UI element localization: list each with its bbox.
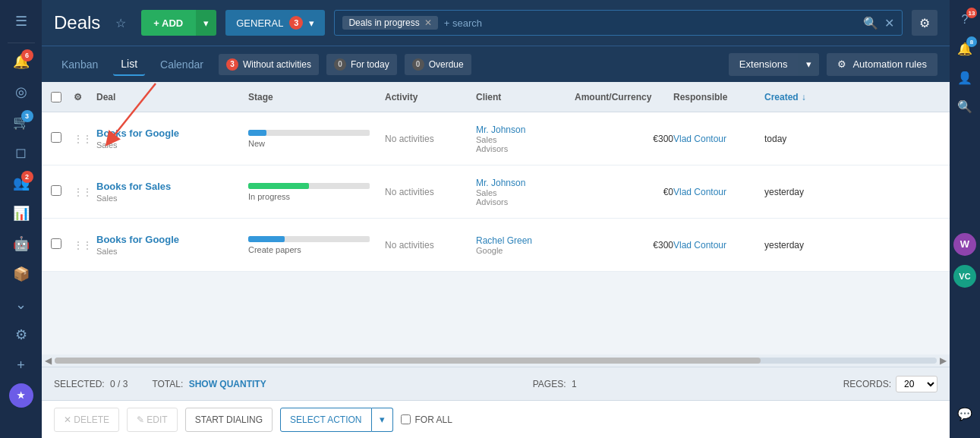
row-created-1: yesterday [764,187,941,197]
row-drag-handle-1[interactable]: ⋮⋮ [74,187,96,197]
edit-button[interactable]: ✎ EDIT [127,408,178,432]
row-amount-1: €0 [575,187,673,197]
row-responsible-1: Vlad Contour [673,187,764,197]
col-deal: Deal [96,92,248,102]
person-icon[interactable]: 👤 [953,65,977,90]
list-view-button[interactable]: List [113,53,145,76]
show-quantity-link[interactable]: SHOW QUANTITY [189,379,266,389]
bell-icon[interactable]: 🔔 8 [953,36,977,61]
client-link-0[interactable]: Mr. Johnson [476,124,525,135]
inventory-icon[interactable]: 📦 [8,260,35,288]
responsible-link-2[interactable]: Vlad Contour [673,240,726,251]
bottom-bar: SELECTED: 0 / 3 TOTAL: SHOW QUANTITY PAG… [42,367,950,400]
avatar-w[interactable]: W [953,233,976,256]
row-activity-1: No activities [385,187,476,197]
row-checkbox-2[interactable] [51,238,61,249]
apps-icon[interactable]: ★ [8,382,35,409]
kanban-view-button[interactable]: Kanban [54,54,106,75]
automation-icon[interactable]: 🤖 [8,230,35,257]
col-created[interactable]: Created ↓ [764,92,941,102]
col-responsible: Responsible [673,92,764,102]
pages-value: 1 [572,379,577,389]
stage-fill-1 [248,183,309,189]
row-checkbox-1[interactable] [51,185,61,196]
settings-sidebar-icon[interactable]: ⚙ [8,321,35,348]
automation-label: Automation rules [852,58,927,70]
filter-tag-close[interactable]: ✕ [424,17,432,28]
without-activities-filter[interactable]: 3 Without activities [219,54,319,75]
deal-link-0[interactable]: Books for Google [96,128,179,139]
select-action-dropdown[interactable]: ▾ [372,408,393,432]
avatar-vc[interactable]: VC [953,265,976,288]
hamburger-icon[interactable]: ☰ [8,8,35,35]
tasks-icon[interactable]: ◻ [8,139,35,166]
favorite-icon[interactable]: ☆ [115,16,126,30]
general-label: GENERAL [236,17,283,29]
cart-icon[interactable]: 🛒 3 [8,109,35,136]
scroll-thumb[interactable] [55,358,761,364]
row-drag-handle-2[interactable]: ⋮⋮ [74,240,96,251]
delete-button[interactable]: ✕ DELETE [54,408,119,432]
add-dropdown-button[interactable]: ▾ [195,10,216,36]
client-sub2-0: Advisors [476,144,575,153]
scroll-track[interactable] [55,358,937,364]
deal-link-1[interactable]: Books for Sales [96,181,171,192]
active-filter-tag[interactable]: Deals in progress ✕ [342,16,437,30]
col-stage: Stage [248,92,385,102]
col-activity: Activity [385,92,476,102]
notifications-icon[interactable]: 🔔 6 [8,48,35,75]
automation-rules-button[interactable]: ⚙ Automation rules [827,53,937,76]
column-settings-icon[interactable]: ⚙ [74,92,82,102]
responsible-link-0[interactable]: Vlad Contour [673,134,726,144]
contacts-icon[interactable]: 👥 2 [8,169,35,197]
general-count: 3 [289,16,303,30]
records-per-page-select[interactable]: 20 50 100 [896,376,937,392]
total-label: TOTAL: [152,379,183,389]
table-area: ⚙ Deal Stage Activity Client Amount/Curr… [42,82,950,438]
scroll-right-arrow[interactable]: ▶ [940,355,947,366]
add-button[interactable]: + ADD [141,10,195,36]
extensions-button[interactable]: Extensions [729,53,799,76]
for-all-checkbox[interactable] [401,414,411,424]
scroll-left-arrow[interactable]: ◀ [45,355,52,366]
more-icon[interactable]: ⌄ [8,291,35,318]
search-magnifier-icon[interactable]: 🔍 [863,16,878,30]
responsible-link-1[interactable]: Vlad Contour [673,187,726,197]
row-drag-handle-0[interactable]: ⋮⋮ [74,134,96,144]
for-today-filter[interactable]: 0 For today [326,54,397,75]
overdue-count: 0 [412,58,424,71]
chat-icon[interactable]: 💬 [953,402,977,426]
start-dialing-button[interactable]: START DIALING [185,408,273,432]
for-all-label[interactable]: FOR ALL [401,414,452,425]
deal-link-2[interactable]: Books for Google [96,234,179,245]
search-clear-icon[interactable]: ✕ [884,16,894,30]
row-deal-2: Books for Google Sales [96,234,248,256]
add-sidebar-icon[interactable]: + [8,351,35,379]
horizontal-scroll[interactable]: ◀ ▶ [42,354,950,367]
general-filter-button[interactable]: GENERAL 3 ▾ [225,10,325,36]
extensions-dropdown-button[interactable]: ▾ [798,53,819,76]
client-link-1[interactable]: Mr. Johnson [476,178,525,188]
settings-button[interactable]: ⚙ [912,10,937,36]
row-client-0: Mr. Johnson Sales Advisors [476,124,575,153]
row-checkbox-0[interactable] [51,132,61,143]
row-created-2: yesterday [764,240,941,251]
client-link-2[interactable]: Rachel Green [476,235,532,246]
stage-label-2: Create papers [248,245,385,254]
row-activity-0: No activities [385,134,476,144]
select-action-button[interactable]: SELECT ACTION [280,408,371,432]
help-icon[interactable]: ? 13 [953,8,977,32]
select-all-checkbox[interactable] [51,92,61,102]
search-right-icon[interactable]: 🔍 [953,94,977,118]
selected-label: SELECTED: [54,379,105,389]
top-bar: Deals ☆ + ADD ▾ GENERAL 3 ▾ Deals in pro… [42,0,950,46]
selected-value: 0 / 3 [110,379,128,389]
overdue-filter[interactable]: 0 Overdue [405,54,471,75]
table-row: ⋮⋮ Books for Sales Sales In progress No … [42,165,950,219]
target-icon[interactable]: ◎ [8,78,35,106]
calendar-view-button[interactable]: Calendar [153,54,211,75]
reports-icon[interactable]: 📊 [8,200,35,227]
records-label: RECORDS: [843,379,891,389]
row-responsible-0: Vlad Contour [673,134,764,144]
stage-label-1: In progress [248,192,385,201]
